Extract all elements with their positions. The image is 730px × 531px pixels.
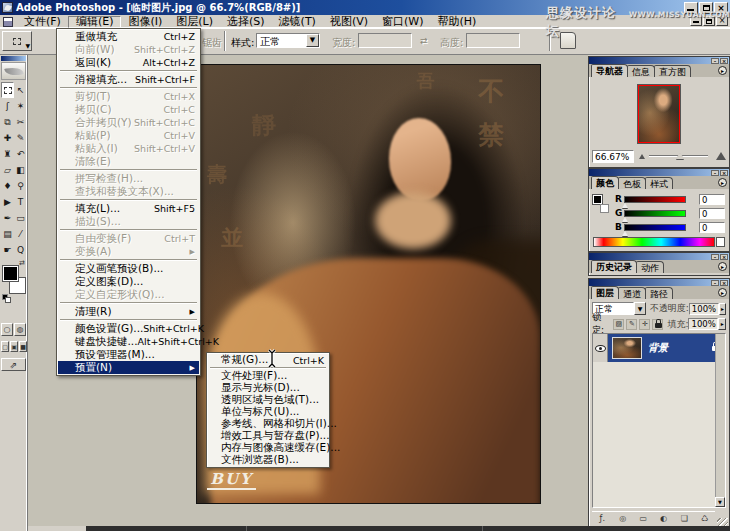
- color-tab-3[interactable]: 样式: [645, 177, 673, 189]
- color-tab-1[interactable]: 颜色: [591, 176, 619, 189]
- palette-minimize-icon[interactable]: –: [711, 58, 719, 64]
- shape-tool[interactable]: ▭: [14, 210, 27, 226]
- add-layer-mask-icon[interactable]: ◎: [615, 513, 630, 526]
- palette-close-icon[interactable]: ×: [720, 254, 728, 260]
- navigator-thumbnail[interactable]: [637, 84, 681, 144]
- fullscreen-menubar-mode-icon[interactable]: ▣: [10, 341, 18, 352]
- layer-list-scrollbar[interactable]: ▼: [715, 334, 725, 507]
- minimize-button[interactable]: [684, 2, 698, 14]
- move-tool[interactable]: ↖: [14, 82, 27, 98]
- menubar-item-7[interactable]: 视图(V): [323, 16, 375, 28]
- doc-close-button[interactable]: ×: [716, 16, 728, 26]
- restore-button[interactable]: [699, 2, 713, 14]
- zoom-in-icon[interactable]: [716, 152, 726, 160]
- menubar-item-8[interactable]: 窗口(W): [375, 16, 430, 28]
- menubar-item-5[interactable]: 选择(S): [220, 16, 272, 28]
- history-tab-2[interactable]: 动作: [636, 261, 664, 273]
- palette-close-icon[interactable]: ×: [720, 170, 728, 176]
- type-tool[interactable]: T: [14, 194, 27, 210]
- crop-tool[interactable]: ⧉: [1, 114, 14, 130]
- magic-wand-tool[interactable]: ✶: [14, 98, 27, 114]
- quick-mask-mode-icon[interactable]: ◍: [14, 323, 26, 336]
- layer-visibility-cell[interactable]: [593, 334, 608, 362]
- history-palette-menu-icon[interactable]: ▸: [718, 262, 727, 271]
- palette-title-bar[interactable]: – ×: [589, 253, 729, 260]
- history-brush-tool[interactable]: ↶: [14, 146, 27, 162]
- lock-position-icon[interactable]: ✛: [639, 319, 650, 330]
- channel-value-input[interactable]: 0: [699, 222, 725, 233]
- menu-item[interactable]: 定义画笔预设(B)...: [58, 262, 199, 275]
- color-palette-menu-icon[interactable]: ▸: [718, 178, 727, 187]
- navigator-view-box[interactable]: [638, 85, 680, 143]
- foreground-color-swatch[interactable]: [3, 266, 18, 281]
- notes-tool[interactable]: ▤: [1, 226, 14, 242]
- navigator-zoom-slider[interactable]: [649, 155, 708, 157]
- layers-tab-3[interactable]: 路径: [645, 287, 673, 299]
- doc-restore-button[interactable]: [703, 16, 715, 26]
- blur-tool[interactable]: ♦: [1, 178, 14, 194]
- zoom-out-icon[interactable]: [639, 154, 645, 159]
- layers-tab-1[interactable]: 图层: [591, 286, 619, 299]
- zoom-tool[interactable]: Q: [14, 242, 27, 258]
- navigator-tab-2[interactable]: 信息: [627, 65, 655, 77]
- opacity-input[interactable]: 100%: [689, 303, 719, 315]
- swap-colors-icon[interactable]: ⇄: [19, 259, 25, 267]
- layer-row-background[interactable]: 背景: [593, 334, 725, 362]
- gradient-tool[interactable]: ◧: [14, 162, 27, 178]
- fullscreen-mode-icon[interactable]: ■: [19, 341, 27, 352]
- eyedropper-tool[interactable]: ⁄: [14, 226, 27, 242]
- palette-minimize-icon[interactable]: –: [711, 170, 719, 176]
- slider-thumb[interactable]: [676, 152, 684, 159]
- path-selection-tool[interactable]: ▶: [1, 194, 14, 210]
- style-select[interactable]: 正常 ▼: [256, 33, 320, 48]
- standard-screen-mode-icon[interactable]: ▢: [1, 341, 9, 352]
- delete-layer-icon[interactable]: ♺: [697, 513, 712, 526]
- tool-preset-picker[interactable]: ▼: [2, 31, 32, 51]
- palette-title-bar[interactable]: – ×: [589, 279, 729, 286]
- healing-brush-tool[interactable]: ✚: [1, 130, 14, 146]
- layers-tab-2[interactable]: 通道: [618, 287, 646, 299]
- menubar-item-1[interactable]: 文件(F): [17, 16, 68, 28]
- palette-title-bar[interactable]: – ×: [589, 57, 729, 64]
- channel-slider-B[interactable]: [624, 224, 686, 231]
- width-input[interactable]: [358, 33, 412, 48]
- palette-close-icon[interactable]: ×: [720, 280, 728, 286]
- fill-input[interactable]: 100%: [688, 318, 718, 330]
- doc-minimize-button[interactable]: [690, 16, 702, 26]
- lasso-tool[interactable]: ʃ: [1, 98, 14, 114]
- channel-value-input[interactable]: 0: [699, 208, 725, 219]
- lock-transparency-icon[interactable]: ▨: [613, 319, 624, 330]
- color-fg-bg-swatches[interactable]: [593, 195, 609, 213]
- palette-close-icon[interactable]: ×: [720, 58, 728, 64]
- chevron-down-icon[interactable]: ▼: [306, 34, 319, 47]
- menu-item[interactable]: 预置(N)▶: [58, 361, 199, 374]
- menu-item[interactable]: 消褪填充...Shift+Ctrl+F: [58, 73, 199, 86]
- layers-palette-menu-icon[interactable]: ▸: [718, 288, 727, 297]
- palette-minimize-icon[interactable]: –: [711, 254, 719, 260]
- navigator-tab-1[interactable]: 导航器: [591, 64, 628, 77]
- hand-tool[interactable]: ☛: [1, 242, 14, 258]
- menu-item[interactable]: 颜色设置(G)...Shift+Ctrl+K: [58, 322, 199, 335]
- menubar-item-3[interactable]: 图像(I): [121, 16, 169, 28]
- clone-stamp-tool[interactable]: ♜: [1, 146, 14, 162]
- slice-tool[interactable]: ✂: [14, 114, 27, 130]
- palette-title-bar[interactable]: – ×: [589, 169, 729, 176]
- add-layer-style-icon[interactable]: ƒ.: [595, 513, 610, 526]
- rectangular-marquee-tool[interactable]: [1, 82, 14, 98]
- lock-image-icon[interactable]: ✎: [626, 319, 637, 330]
- menubar-item-6[interactable]: 滤镜(T): [272, 16, 323, 28]
- menu-item[interactable]: 清理(R)▶: [58, 305, 199, 318]
- new-layer-icon[interactable]: ❏: [677, 513, 692, 526]
- brush-file-icon[interactable]: [560, 32, 576, 49]
- toolbox-grip[interactable]: [1, 56, 26, 61]
- palette-minimize-icon[interactable]: –: [711, 280, 719, 286]
- navigator-zoom-input[interactable]: 66.67%: [592, 150, 634, 163]
- eraser-tool[interactable]: ▱: [1, 162, 14, 178]
- chevron-down-icon[interactable]: ▼: [634, 302, 646, 315]
- menu-item[interactable]: 文件浏览器(B)...: [208, 454, 328, 466]
- pen-tool[interactable]: ✒: [1, 210, 14, 226]
- menu-item[interactable]: 返回(K)Alt+Ctrl+Z: [58, 56, 199, 69]
- dodge-tool[interactable]: ⚲: [14, 178, 27, 194]
- swap-dimensions-icon[interactable]: ⇄: [420, 36, 428, 46]
- white-color-chip[interactable]: [716, 237, 725, 247]
